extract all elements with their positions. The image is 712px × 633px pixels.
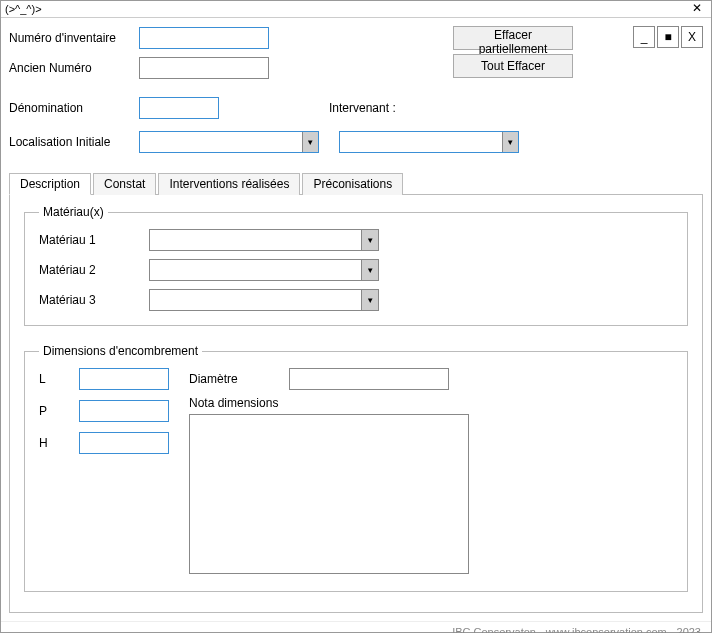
dimensions-fieldset: Dimensions d'encombrement L P H xyxy=(24,344,688,592)
content-area: Numéro d'inventaire Ancien Numéro Efface… xyxy=(1,18,711,621)
tab-preconisations[interactable]: Préconisations xyxy=(302,173,403,195)
denomination-label: Dénomination xyxy=(9,101,139,115)
tab-interventions[interactable]: Interventions réalisées xyxy=(158,173,300,195)
materiau1-combo[interactable]: ▼ xyxy=(149,229,379,251)
materiau1-label: Matériau 1 xyxy=(39,233,149,247)
close-button[interactable]: X xyxy=(681,26,703,48)
titlebar-close-button[interactable]: ✕ xyxy=(687,1,707,17)
materiau2-combo[interactable]: ▼ xyxy=(149,259,379,281)
diametre-label: Diamètre xyxy=(189,372,289,386)
footer-text: IBC Conservaton - www.ibconservation.com… xyxy=(1,621,711,633)
tab-bar: Description Constat Interventions réalis… xyxy=(9,172,703,195)
chevron-down-icon[interactable]: ▼ xyxy=(361,260,378,280)
materiaux-fieldset: Matériau(x) Matériau 1 ▼ Matériau 2 ▼ xyxy=(24,205,688,326)
intervenant-combo[interactable]: ▼ xyxy=(339,131,519,153)
p-label: P xyxy=(39,404,79,418)
chevron-down-icon[interactable]: ▼ xyxy=(302,132,318,152)
tout-effacer-button[interactable]: Tout Effacer xyxy=(453,54,573,78)
tab-constat[interactable]: Constat xyxy=(93,173,156,195)
materiau3-input[interactable] xyxy=(150,290,361,310)
dimensions-legend: Dimensions d'encombrement xyxy=(39,344,202,358)
materiau3-label: Matériau 3 xyxy=(39,293,149,307)
intervenant-label: Intervenant : xyxy=(329,101,396,115)
materiau3-combo[interactable]: ▼ xyxy=(149,289,379,311)
window-title: (>^_^)> xyxy=(5,3,42,15)
tab-description[interactable]: Description xyxy=(9,173,91,195)
l-label: L xyxy=(39,372,79,386)
chevron-down-icon[interactable]: ▼ xyxy=(502,132,518,152)
numero-inventaire-label: Numéro d'inventaire xyxy=(9,31,139,45)
tab-panel-description: Matériau(x) Matériau 1 ▼ Matériau 2 ▼ xyxy=(9,195,703,613)
minimize-button[interactable]: _ xyxy=(633,26,655,48)
nota-dimensions-label: Nota dimensions xyxy=(189,396,673,410)
chevron-down-icon[interactable]: ▼ xyxy=(361,290,378,310)
numero-inventaire-input[interactable] xyxy=(139,27,269,49)
app-window: (>^_^)> ✕ Numéro d'inventaire Ancien Num… xyxy=(0,0,712,633)
intervenant-input[interactable] xyxy=(340,132,502,152)
materiaux-legend: Matériau(x) xyxy=(39,205,108,219)
ancien-numero-input[interactable] xyxy=(139,57,269,79)
ancien-numero-label: Ancien Numéro xyxy=(9,61,139,75)
h-label: H xyxy=(39,436,79,450)
effacer-partiellement-button[interactable]: Effacer partiellement xyxy=(453,26,573,50)
denomination-input[interactable] xyxy=(139,97,219,119)
l-input[interactable] xyxy=(79,368,169,390)
nota-dimensions-textarea[interactable] xyxy=(189,414,469,574)
chevron-down-icon[interactable]: ▼ xyxy=(361,230,378,250)
localisation-initiale-label: Localisation Initiale xyxy=(9,135,139,149)
diametre-input[interactable] xyxy=(289,368,449,390)
h-input[interactable] xyxy=(79,432,169,454)
p-input[interactable] xyxy=(79,400,169,422)
localisation-initiale-input[interactable] xyxy=(140,132,302,152)
materiau2-input[interactable] xyxy=(150,260,361,280)
titlebar: (>^_^)> ✕ xyxy=(1,1,711,18)
materiau1-input[interactable] xyxy=(150,230,361,250)
materiau2-label: Matériau 2 xyxy=(39,263,149,277)
localisation-initiale-combo[interactable]: ▼ xyxy=(139,131,319,153)
maximize-button[interactable]: ■ xyxy=(657,26,679,48)
